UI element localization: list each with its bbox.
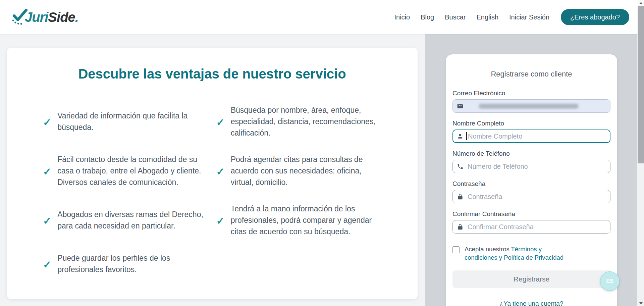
benefit-text: Fácil contacto desde la comodidad de su … <box>57 154 208 188</box>
confirm-password-field-group: Confirmar Contraseña <box>452 210 610 234</box>
benefit-text: Tendrá a la mano información de los prof… <box>231 203 381 237</box>
benefits-card: Descubre las ventajas de nuestro servici… <box>7 48 418 299</box>
nav-link-buscar[interactable]: Buscar <box>445 13 466 21</box>
check-icon: ✓ <box>43 259 51 270</box>
confirm-password-input-wrap <box>452 220 610 234</box>
terms-row: Acepta nuestros Términos y condiciones y… <box>452 245 610 262</box>
password-input[interactable] <box>452 190 610 203</box>
phone-field-group: Número de Teléfono <box>452 150 610 173</box>
nav-link-blog[interactable]: Blog <box>421 13 434 21</box>
nav-link-inicio[interactable]: Inicio <box>394 13 410 21</box>
fullname-label: Nombre Completo <box>452 119 610 128</box>
password-input-wrap <box>452 190 610 203</box>
benefit-item: ✓ Búsqueda por nombre, área, enfoque, es… <box>216 104 382 139</box>
terms-text: Acepta nuestros Términos y condiciones y… <box>465 245 575 262</box>
fullname-input-wrap <box>452 130 610 143</box>
benefit-item: ✓ Puede guardar los perfiles de los prof… <box>43 252 208 275</box>
login-link[interactable]: ¿Ya tiene una cuenta? <box>452 300 610 306</box>
password-field-group: Contraseña <box>452 180 610 203</box>
benefits-title: Descubre las ventajas de nuestro servici… <box>7 66 418 82</box>
benefit-item: ✓ Fácil contacto desde la comodidad de s… <box>43 154 208 188</box>
benefit-item: ✓ Tendrá a la mano información de los pr… <box>216 203 382 237</box>
password-label: Contraseña <box>452 180 610 188</box>
logo-text-dot: . <box>75 10 78 24</box>
mail-icon <box>457 103 464 109</box>
register-button[interactable]: Registrarse <box>452 270 610 288</box>
benefit-text: Puede guardar los perfiles de los profes… <box>57 252 208 275</box>
benefit-item: ✓ Podrá agendar citas para consultas de … <box>216 154 382 188</box>
brand-logo[interactable]: JuriSide. <box>10 7 78 27</box>
benefit-item: ✓ Variedad de información que facilita l… <box>43 110 208 133</box>
check-icon: ✓ <box>216 116 225 128</box>
email-input[interactable] <box>452 99 610 113</box>
scroll-down-button[interactable] <box>638 300 644 306</box>
nav-link-iniciar-sesion[interactable]: Iniciar Sesión <box>509 13 549 21</box>
phone-input[interactable] <box>452 160 610 173</box>
lawyer-cta-button[interactable]: ¿Eres abogado? <box>561 9 629 25</box>
terms-checkbox[interactable] <box>452 246 460 253</box>
email-input-wrap <box>452 99 610 113</box>
phone-input-wrap <box>452 160 610 173</box>
header: JuriSide. Inicio Blog Buscar English Ini… <box>0 0 644 34</box>
language-fab[interactable]: ES <box>600 271 620 291</box>
scroll-up-icon <box>639 2 643 4</box>
logo-text: JuriSide. <box>25 10 78 25</box>
check-icon: ✓ <box>43 166 51 177</box>
benefit-text: Variedad de información que facilita la … <box>57 110 208 133</box>
text-caret <box>466 132 467 140</box>
lock-icon <box>457 223 464 230</box>
scrollbar-thumb[interactable] <box>638 6 644 163</box>
check-icon: ✓ <box>43 215 51 227</box>
benefits-list: ✓ Variedad de información que facilita l… <box>7 104 418 275</box>
fullname-field-group: Nombre Completo <box>452 119 610 143</box>
confirm-password-label: Confirmar Contraseña <box>452 210 610 218</box>
terms-prefix: Acepta nuestros <box>465 246 509 253</box>
signup-panel: Registrarse como cliente Correo Electrón… <box>425 34 637 306</box>
main-nav: Inicio Blog Buscar English Iniciar Sesió… <box>394 9 629 25</box>
confirm-password-input[interactable] <box>452 220 610 234</box>
check-icon: ✓ <box>216 215 225 227</box>
nav-link-english[interactable]: English <box>476 13 498 21</box>
lock-icon <box>457 193 464 200</box>
fullname-input[interactable] <box>452 130 610 143</box>
logo-text-secondary: Side <box>48 10 75 24</box>
signup-title: Registrarse como cliente <box>452 70 610 79</box>
email-field-group: Correo Electrónico <box>452 89 610 113</box>
user-icon <box>457 133 464 140</box>
scroll-up-button[interactable] <box>638 0 644 6</box>
phone-icon <box>457 163 464 170</box>
benefit-text: Búsqueda por nombre, área, enfoque, espe… <box>231 104 381 139</box>
scroll-down-icon <box>639 302 643 304</box>
benefit-item: ✓ Abogados en diversas ramas del Derecho… <box>43 209 208 232</box>
signup-card: Registrarse como cliente Correo Electrón… <box>446 54 617 306</box>
benefit-text: Abogados en diversas ramas del Derecho, … <box>57 209 208 232</box>
benefit-text: Podrá agendar citas para consultas de ac… <box>231 154 381 188</box>
check-icon: ✓ <box>216 166 225 177</box>
email-label: Correo Electrónico <box>452 89 610 97</box>
check-icon: ✓ <box>43 116 51 128</box>
scrollbar[interactable] <box>638 0 644 306</box>
phone-label: Número de Teléfono <box>452 150 610 158</box>
logo-text-primary: Juri <box>25 10 48 24</box>
